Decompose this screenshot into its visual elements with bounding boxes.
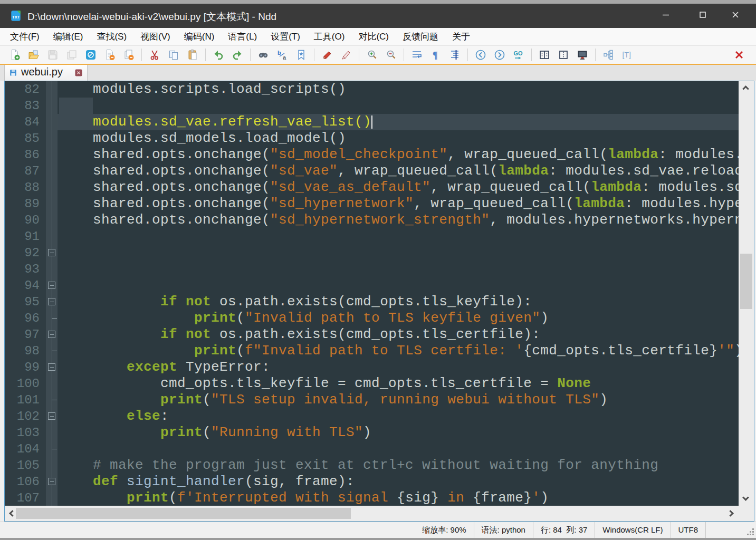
toolbar-button-nav-back[interactable] — [473, 47, 489, 62]
fold-toggle-icon[interactable] — [48, 282, 55, 289]
toolbar-button-undo[interactable] — [210, 47, 226, 62]
minimize-button[interactable] — [649, 4, 682, 28]
toolbar-button-highlight-marker[interactable] — [319, 47, 335, 62]
code-line[interactable]: shared.opts.onchange("sd_vae", wrap_queu… — [58, 163, 739, 179]
code-line[interactable]: shared.opts.onchange("sd_hypernetwork_st… — [58, 212, 739, 228]
scroll-up-icon[interactable] — [742, 85, 749, 92]
toolbar-button-redo[interactable] — [229, 47, 245, 62]
code-line[interactable] — [58, 98, 739, 114]
toolbar-button-find[interactable] — [255, 47, 271, 62]
close-button[interactable] — [719, 4, 752, 28]
code-line[interactable]: shared.opts.onchange("sd_hypernetwork", … — [58, 196, 739, 212]
fold-toggle-icon[interactable] — [48, 478, 55, 485]
code-line[interactable]: modules.sd_vae.refresh_vae_list() — [58, 114, 739, 130]
code-line[interactable]: print("Invalid path to TLS keyfile given… — [58, 310, 739, 326]
toolbar-button-zoom-out[interactable] — [383, 47, 399, 62]
fold-toggle-icon[interactable] — [48, 331, 55, 338]
maximize-button[interactable] — [686, 4, 719, 28]
line-number: 100 — [5, 375, 46, 392]
tab-webui-py[interactable]: webui.py — [4, 65, 88, 81]
code-line[interactable]: if not os.path.exists(cmd_opts.tls_keyfi… — [58, 294, 739, 310]
horizontal-scrollbar-thumb[interactable] — [16, 508, 351, 519]
toolbar-button-show-symbols[interactable]: ¶ — [428, 47, 444, 62]
code-line[interactable]: modules.sd_models.load_model() — [58, 130, 739, 147]
toolbar-button-save-all[interactable] — [64, 47, 80, 62]
code-line[interactable]: print("TLS setup invalid, running webui … — [58, 392, 739, 408]
menu-item-compare[interactable]: 对比(C) — [351, 28, 396, 45]
code-line[interactable]: print("Running with TLS") — [58, 425, 739, 441]
toolbar-button-preview-monitor[interactable] — [575, 47, 590, 62]
vertical-scrollbar[interactable] — [739, 81, 754, 506]
status-position: 行: 84 列: 37 — [533, 522, 595, 538]
code-line[interactable]: def sigint_handler(sig, frame): — [58, 474, 739, 490]
toolbar-button-single-view[interactable] — [556, 47, 571, 62]
menu-item-encoding[interactable]: 编码(N) — [177, 28, 222, 45]
toolbar-button-copy[interactable] — [166, 47, 181, 62]
code-line[interactable]: else: — [58, 408, 739, 425]
code-text: modules.sd_models.load_model() — [59, 130, 346, 147]
menu-item-view[interactable]: 视图(V) — [133, 28, 177, 45]
line-number: 107 — [5, 490, 46, 506]
code-line[interactable]: print(f"Invalid path to TLS certfile: '{… — [58, 343, 739, 359]
menu-item-language[interactable]: 语言(L) — [221, 28, 264, 45]
toolbar-button-split-view[interactable] — [537, 47, 552, 62]
toolbar-button-goto-line[interactable]: GO — [511, 47, 527, 62]
code-line[interactable] — [58, 277, 739, 294]
code-line[interactable]: modules.scripts.load_scripts() — [58, 81, 739, 98]
fold-toggle-icon[interactable] — [48, 412, 55, 420]
toolbar-button-bookmark[interactable] — [293, 47, 309, 62]
code-text: modules.sd_vae.refresh_vae_list() — [59, 114, 371, 130]
scroll-left-icon[interactable] — [9, 510, 16, 517]
toolbar-button-nav-forward[interactable] — [492, 47, 508, 62]
toolbar-button-cut[interactable] — [147, 47, 162, 62]
fold-toggle-icon[interactable] — [48, 298, 55, 305]
toolbar-button-replace[interactable]: ba — [274, 47, 290, 62]
menu-item-tools[interactable]: 工具(O) — [307, 28, 352, 45]
menu-item-about[interactable]: 关于 — [445, 28, 477, 45]
vertical-scrollbar-thumb[interactable] — [740, 254, 752, 309]
code-line[interactable]: # make the program just exit at ctrl+c w… — [58, 457, 739, 474]
menu-item-feedback[interactable]: 反馈问题 — [396, 28, 445, 45]
code-line[interactable] — [58, 245, 739, 261]
code-line[interactable]: cmd_opts.tls_keyfile = cmd_opts.tls_cert… — [58, 375, 739, 392]
code-line[interactable]: except TypeError: — [58, 359, 739, 375]
menu-item-settings[interactable]: 设置(T) — [264, 28, 307, 45]
code-line[interactable] — [58, 228, 739, 245]
code-line[interactable]: shared.opts.onchange("sd_vae_as_default"… — [58, 179, 739, 196]
title-bar[interactable]: TXT D:\down\novelai-webui-aki-v2\webui.p… — [0, 4, 756, 28]
toolbar-button-clear-highlight[interactable] — [338, 47, 354, 62]
code-line[interactable]: if not os.path.exists(cmd_opts.tls_certf… — [58, 326, 739, 343]
menu-item-search[interactable]: 查找(S) — [90, 28, 133, 45]
scroll-right-icon[interactable] — [727, 510, 734, 517]
code-area[interactable]: modules.scripts.load_scripts() modules.s… — [58, 81, 739, 506]
toolbar-button-save[interactable] — [45, 47, 61, 62]
code-text: print("Invalid path to TLS keyfile given… — [59, 310, 549, 326]
fold-toggle-icon[interactable] — [48, 363, 55, 371]
toolbar-button-text-mode[interactable] — [83, 47, 99, 62]
code-line[interactable]: shared.opts.onchange("sd_model_checkpoin… — [58, 147, 739, 163]
fold-toggle-icon[interactable] — [48, 249, 55, 256]
toolbar-button-close-document[interactable] — [731, 47, 747, 62]
toolbar-button-close-file[interactable] — [102, 47, 118, 62]
toolbar-button-text-fold[interactable]: [T] — [619, 47, 635, 62]
toolbar-button-close-all[interactable] — [121, 47, 137, 62]
scroll-down-icon[interactable] — [742, 494, 749, 501]
toolbar-button-new-file[interactable] — [7, 47, 23, 62]
toolbar-button-open-file[interactable] — [26, 47, 42, 62]
cut-icon — [149, 49, 160, 61]
toolbar-button-function-list[interactable] — [600, 47, 616, 62]
resize-grip-icon[interactable] — [752, 534, 754, 535]
menu-item-file[interactable]: 文件(F) — [3, 28, 46, 45]
horizontal-scrollbar[interactable] — [5, 506, 754, 521]
code-line[interactable] — [58, 261, 739, 277]
toolbar-button-paste[interactable] — [185, 47, 200, 62]
zoom-in-icon — [366, 49, 378, 61]
toolbar-button-word-wrap[interactable] — [409, 47, 425, 62]
code-text: shared.opts.onchange("sd_vae_as_default"… — [59, 179, 739, 196]
code-line[interactable]: print(f'Interrupted with signal {sig} in… — [58, 490, 739, 506]
menu-item-edit[interactable]: 编辑(E) — [46, 28, 90, 45]
code-line[interactable] — [58, 441, 739, 457]
toolbar-button-zoom-in[interactable] — [364, 47, 380, 62]
tab-close-icon[interactable] — [74, 69, 83, 77]
toolbar-button-indent-guides[interactable] — [447, 47, 463, 62]
